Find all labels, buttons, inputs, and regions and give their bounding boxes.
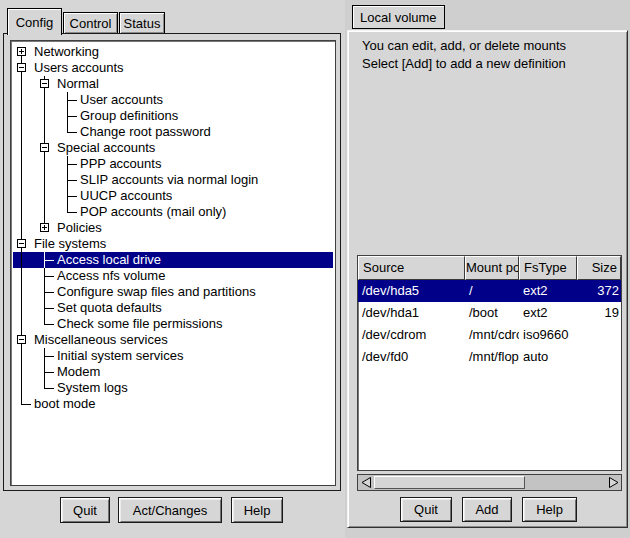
mounts-table: SourceMount pointFsTypeSize/dev/hda5/ext…	[357, 255, 622, 471]
table-row[interactable]: /dev/hda5/ext2372	[358, 280, 621, 302]
tree-line	[21, 404, 31, 405]
tree-item-label: Modem	[57, 364, 100, 380]
tree-line	[21, 124, 22, 140]
tree-item[interactable]: User accounts	[13, 92, 333, 108]
tree-line	[44, 172, 45, 188]
tree-item[interactable]: File systems	[13, 236, 333, 252]
tree-item[interactable]: Normal	[13, 76, 333, 92]
tab-control[interactable]: Control	[63, 12, 118, 34]
tree-line	[44, 292, 54, 293]
tab-local-volume[interactable]: Local volume	[352, 5, 445, 29]
scroll-right-icon[interactable]	[606, 475, 621, 490]
tree-line	[44, 260, 54, 261]
tree-line	[21, 252, 22, 268]
table-cell: 19	[577, 302, 621, 324]
tree-item[interactable]: UUCP accounts	[13, 188, 333, 204]
tree-item[interactable]: POP accounts (mail only)	[13, 204, 333, 220]
act-changes-button[interactable]: Act/Changes	[118, 497, 222, 523]
help-button[interactable]: Help	[231, 497, 283, 523]
quit-button[interactable]: Quit	[60, 497, 110, 523]
tree-line	[21, 204, 22, 220]
tree-item-label: POP accounts (mail only)	[80, 204, 226, 220]
plus-box-icon[interactable]	[17, 47, 26, 56]
tree-item[interactable]: Modem	[13, 364, 333, 380]
tree-item[interactable]: Set quota defaults	[13, 300, 333, 316]
tree-item-label: Networking	[34, 44, 99, 60]
tree-line	[44, 356, 54, 357]
tree-line	[21, 284, 22, 300]
tree-item[interactable]: Networking	[13, 44, 333, 60]
tab-status[interactable]: Status	[119, 12, 165, 34]
tree-item[interactable]: Miscellaneous services	[13, 332, 333, 348]
tree-item-label: Change root password	[80, 124, 211, 140]
tree-item[interactable]: Initial system services	[13, 348, 333, 364]
column-header-fstype[interactable]: FsType	[519, 256, 577, 280]
scrollbar-thumb[interactable]	[374, 476, 525, 489]
tree-item-label: Access local drive	[57, 252, 161, 268]
table-cell: /mnt/cdrom	[465, 324, 519, 346]
tree-item-label: PPP accounts	[80, 156, 161, 172]
tree-item[interactable]: Special accounts	[13, 140, 333, 156]
tree-item-label: File systems	[34, 236, 106, 252]
table-cell: /dev/hda5	[358, 280, 465, 302]
table-cell: iso9660	[519, 324, 577, 346]
tree-item[interactable]: Access local drive	[13, 252, 333, 268]
tree-item-label: SLIP accounts via normal login	[80, 172, 258, 188]
tree-line	[21, 348, 22, 364]
table-cell: /mnt/floppy	[465, 346, 519, 368]
tree-line	[21, 140, 22, 156]
tree-line	[44, 188, 45, 204]
scroll-left-icon[interactable]	[358, 475, 373, 490]
help-button[interactable]: Help	[522, 497, 577, 522]
tree-line	[21, 108, 22, 124]
table-cell: auto	[519, 346, 577, 368]
tree-item-label: Special accounts	[57, 140, 155, 156]
table-row[interactable]: /dev/hda1/bootext219	[358, 302, 621, 324]
minus-box-icon[interactable]	[40, 79, 49, 88]
tree-line	[21, 316, 22, 332]
quit-button[interactable]: Quit	[400, 497, 452, 522]
minus-box-icon[interactable]	[17, 239, 26, 248]
tab-config[interactable]: Config	[7, 8, 62, 35]
minus-box-icon[interactable]	[17, 63, 26, 72]
table-row[interactable]: /dev/fd0/mnt/floppyauto	[358, 346, 621, 368]
table-row[interactable]: /dev/cdrom/mnt/cdromiso9660	[358, 324, 621, 346]
table-cell	[577, 324, 621, 346]
tree-line	[67, 180, 77, 181]
tree-item[interactable]: Check some file permissions	[13, 316, 333, 332]
table-cell: ext2	[519, 280, 577, 302]
column-header-source[interactable]: Source	[358, 256, 465, 280]
tree-line	[44, 308, 54, 309]
tree-line	[44, 388, 54, 389]
tree-item[interactable]: System logs	[13, 380, 333, 396]
tree-item[interactable]: SLIP accounts via normal login	[13, 172, 333, 188]
tree-item[interactable]: Configure swap files and partitions	[13, 284, 333, 300]
tree-item[interactable]: Users accounts	[13, 60, 333, 76]
tree-line	[67, 164, 77, 165]
add-button[interactable]: Add	[462, 497, 512, 522]
table-cell: /	[465, 280, 519, 302]
column-header-mount-point[interactable]: Mount point	[465, 256, 519, 280]
minus-box-icon[interactable]	[17, 335, 26, 344]
horizontal-scrollbar[interactable]	[357, 474, 622, 491]
tree-item[interactable]: Change root password	[13, 124, 333, 140]
tree-item-label: User accounts	[80, 92, 163, 108]
screen: Config Control Status NetworkingUsers ac…	[0, 0, 630, 538]
tree-item-label: Access nfs volume	[57, 268, 165, 284]
tree-item[interactable]: Access nfs volume	[13, 268, 333, 284]
tree-item[interactable]: Group definitions	[13, 108, 333, 124]
column-header-size[interactable]: Size	[577, 256, 621, 280]
tree-line	[21, 380, 22, 396]
tree-item[interactable]: boot mode	[13, 396, 333, 412]
tree-item[interactable]: Policies	[13, 220, 333, 236]
tree-item-label: Check some file permissions	[57, 316, 222, 332]
help-text: You can edit, add, or delete mounts Sele…	[362, 37, 566, 73]
tree-line	[21, 220, 22, 236]
tree-line	[21, 76, 22, 92]
tree-item-label: Users accounts	[34, 60, 124, 76]
plus-box-icon[interactable]	[40, 223, 49, 232]
tree-item[interactable]: PPP accounts	[13, 156, 333, 172]
minus-box-icon[interactable]	[40, 143, 49, 152]
tree-line	[44, 156, 45, 172]
tree-line	[67, 116, 77, 117]
